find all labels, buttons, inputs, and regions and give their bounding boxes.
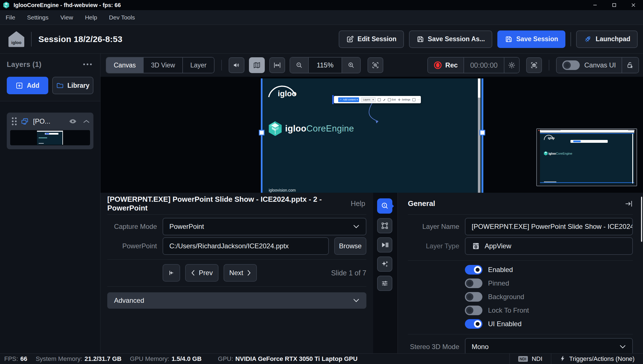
ndi-status[interactable]: NDI NDI — [509, 354, 551, 364]
canvas-ui-lock-button[interactable] — [622, 58, 638, 73]
record-button[interactable]: Rec — [428, 58, 463, 73]
crop-left-line[interactable] — [261, 78, 263, 193]
menu-bar: File Settings View Help Dev Tools — [0, 10, 643, 25]
record-settings-button[interactable] — [504, 58, 519, 73]
canvas-ui-switch[interactable] — [562, 60, 580, 70]
tab-canvas[interactable]: Canvas — [106, 58, 144, 73]
tab-layer[interactable]: Layer — [183, 58, 214, 73]
slide-url-text: igloovision.com — [269, 188, 296, 192]
toggle-enabled[interactable]: Enabled — [465, 263, 633, 277]
screenshot-button[interactable] — [526, 57, 542, 73]
panel-scrollbar[interactable] — [641, 197, 642, 242]
in-slide-layers-select: Layers ▾ — [361, 97, 376, 102]
close-button[interactable] — [624, 0, 643, 10]
layer-name-input[interactable]: [POWERPNT.EXE] PowerPoint Slide Show - I… — [465, 218, 633, 235]
crop-right-line[interactable] — [482, 78, 483, 193]
lock-to-front-switch[interactable] — [465, 306, 482, 315]
fit-width-button[interactable] — [269, 57, 285, 73]
lightning-bolt-icon — [560, 356, 565, 362]
enabled-switch[interactable] — [465, 265, 482, 275]
layer-list: [PO... — [0, 101, 100, 359]
unlock-cursor-icon — [626, 61, 635, 69]
record-controls: Rec 00:00:00 — [427, 57, 520, 73]
header-button-divider — [570, 32, 571, 46]
add-layer-button[interactable]: Add — [7, 77, 48, 94]
browse-button[interactable]: Browse — [334, 237, 366, 255]
capture-minimap[interactable]: igloo iglooCoreEngine — [536, 128, 637, 186]
menu-dev-tools[interactable]: Dev Tools — [109, 14, 135, 21]
captured-slide[interactable]: igloo ＋ Add content ▾ Layers ▾ Exit Sett… — [261, 78, 484, 193]
ndi-badge: NDI — [518, 356, 528, 362]
toggle-background[interactable]: Background — [465, 290, 633, 304]
menu-view[interactable]: View — [60, 14, 73, 21]
minimize-button[interactable] — [585, 0, 605, 10]
fit-width-icon — [273, 61, 281, 69]
maximize-button[interactable] — [605, 0, 624, 10]
save-as-icon — [416, 35, 424, 43]
background-switch[interactable] — [465, 292, 482, 302]
slide-scrollbar[interactable] — [478, 78, 480, 193]
help-link[interactable]: Help — [351, 199, 366, 208]
menu-settings[interactable]: Settings — [27, 14, 49, 21]
scan-zoom-icon — [371, 61, 379, 69]
adjustments-tool-button[interactable] — [377, 276, 392, 291]
toggle-lock-to-front[interactable]: Lock To Front — [465, 304, 633, 317]
toggle-pinned[interactable]: Pinned — [465, 277, 633, 290]
collapse-chevron-icon[interactable] — [83, 119, 90, 124]
transform-tool-button[interactable] — [377, 218, 392, 233]
toggle-ui-enabled[interactable]: UI Enabled — [465, 317, 633, 331]
zoom-out-button[interactable] — [290, 58, 308, 73]
save-session-button[interactable]: Save Session — [497, 30, 565, 48]
layer-name-truncated: [PO... — [33, 117, 50, 125]
record-icon — [434, 61, 442, 69]
advanced-expander[interactable]: Advanced — [107, 292, 366, 309]
canvas-ui-toggle[interactable]: Canvas UI — [557, 58, 622, 73]
zoom-in-button[interactable] — [342, 58, 360, 73]
in-slide-text-tool-icon — [378, 98, 381, 101]
tab-3d-view[interactable]: 3D View — [144, 58, 183, 73]
zoom-level[interactable]: 115% — [308, 58, 342, 73]
map-button[interactable] — [249, 57, 265, 73]
triggers-actions-status[interactable]: Triggers/Actions (None) — [551, 354, 643, 364]
layers-more-menu-icon[interactable] — [83, 63, 93, 65]
crop-right-handle[interactable] — [480, 130, 485, 135]
prev-slide-button[interactable]: Prev — [185, 264, 218, 282]
next-slide-button[interactable]: Next — [224, 264, 257, 282]
powerpoint-file-label: PowerPoint — [107, 242, 157, 250]
header-divider — [31, 32, 32, 47]
sliders-icon — [380, 279, 389, 288]
record-timer: 00:00:00 — [463, 58, 504, 73]
first-slide-button[interactable] — [163, 264, 180, 282]
library-button[interactable]: Library — [52, 77, 94, 94]
audio-button[interactable] — [229, 57, 244, 73]
in-slide-pen-tool-icon — [383, 98, 386, 101]
window-title: IglooCoreEngine - fhd-webview - fps: 66 — [14, 2, 121, 8]
capture-mode-dropdown[interactable]: PowerPoint — [163, 218, 366, 235]
minimap-crop-bottom-line — [540, 182, 634, 183]
canvas-viewport[interactable]: igloo ＋ Add content ▾ Layers ▾ Exit Sett… — [100, 77, 643, 193]
chevron-down-icon — [353, 225, 360, 229]
menu-file[interactable]: File — [6, 14, 15, 21]
app-cube-icon — [3, 1, 10, 9]
crop-left-handle[interactable] — [259, 130, 264, 135]
pinned-switch[interactable] — [465, 279, 482, 288]
collapse-panel-icon[interactable] — [624, 199, 633, 208]
playback-tool-button[interactable] — [377, 237, 392, 253]
gpu-status: GPU:NVIDIA GeForce RTX 3050 Ti Laptop GP… — [218, 355, 358, 363]
drag-handle-icon[interactable] — [12, 117, 17, 125]
skip-to-start-icon — [168, 269, 175, 276]
powerpoint-path-input[interactable]: C:/Users/RichardJackson/ICE2024.pptx — [163, 237, 329, 255]
menu-help[interactable]: Help — [85, 14, 97, 21]
edit-session-button[interactable]: Edit Session — [339, 30, 404, 48]
ui-enabled-switch[interactable] — [465, 319, 482, 329]
stereo-3d-mode-dropdown[interactable]: Mono — [465, 338, 633, 356]
zoom-to-selection-button[interactable] — [368, 57, 383, 73]
launchpad-button[interactable]: Launchpad — [576, 30, 638, 48]
layer-item[interactable]: [PO... — [7, 113, 93, 149]
save-session-as-button[interactable]: Save Session As... — [409, 30, 492, 48]
chevron-down-icon — [619, 345, 626, 349]
slide-status: Slide 1 of 7 — [331, 269, 366, 277]
inspect-tool-button[interactable] — [377, 198, 392, 214]
visibility-eye-icon[interactable] — [69, 118, 77, 124]
effects-tool-button[interactable] — [377, 256, 392, 272]
